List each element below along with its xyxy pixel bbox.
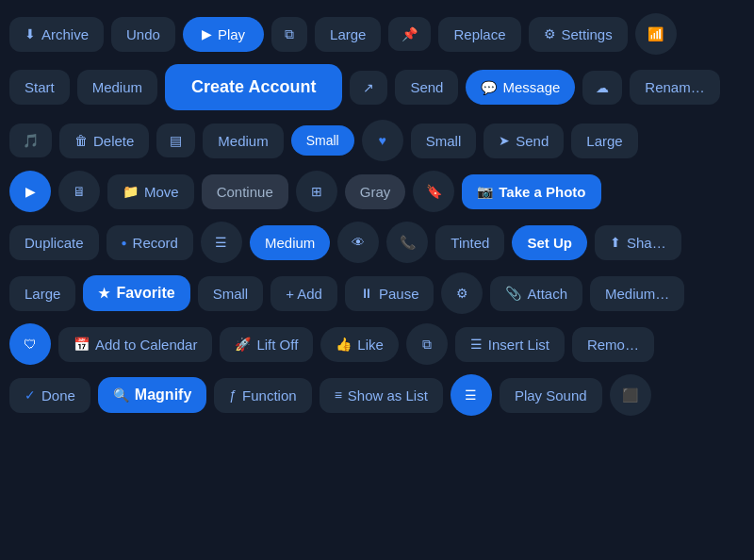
- button-row-8: ✓ Done 🔍 Magnify ƒ Function ≡ Show as Li…: [9, 374, 745, 416]
- setup-button[interactable]: Set Up: [512, 225, 587, 260]
- screen-icon: ⬛: [622, 387, 638, 403]
- grid-icon: ⊞: [311, 184, 322, 199]
- function-icon: ƒ: [229, 387, 237, 403]
- add-button[interactable]: + Add: [270, 276, 337, 311]
- record-button[interactable]: ● Record: [107, 225, 193, 260]
- show-as-list-button[interactable]: ≡ Show as List: [320, 378, 443, 413]
- insert-list-icon: ☰: [470, 337, 483, 352]
- copy-button[interactable]: ⧉: [271, 17, 307, 52]
- list-icon-button[interactable]: ☰: [201, 222, 242, 263]
- small-button-2[interactable]: Small: [411, 124, 477, 158]
- camera-icon: 📷: [477, 184, 493, 199]
- like-button[interactable]: 👍 Like: [320, 327, 399, 362]
- pause-icon: ⏸: [360, 286, 373, 301]
- rename-button[interactable]: Renam…: [630, 70, 719, 105]
- magnify-button[interactable]: 🔍 Magnify: [98, 377, 206, 413]
- cursor-button[interactable]: ↗: [350, 71, 387, 105]
- calendar-icon: 📅: [74, 337, 90, 352]
- share-icon: ⬆: [610, 235, 621, 250]
- play-circle-icon: ▶: [25, 184, 36, 199]
- pin-button[interactable]: 📌: [388, 17, 431, 51]
- music-button[interactable]: 🎵: [9, 124, 52, 157]
- medium-button-3[interactable]: Medium…: [590, 276, 684, 311]
- start-button[interactable]: Start: [9, 70, 70, 105]
- send-button-2[interactable]: ➤ Send: [484, 124, 564, 158]
- menu-round-icon: ☰: [465, 387, 477, 403]
- insert-list-button[interactable]: ☰ Insert List: [455, 327, 565, 362]
- send-button-1[interactable]: Send: [395, 70, 458, 105]
- pause-button[interactable]: ⏸ Pause: [345, 276, 434, 311]
- large-button-3[interactable]: Large: [9, 276, 75, 311]
- play-sound-button[interactable]: Play Sound: [500, 378, 602, 413]
- done-button[interactable]: ✓ Done: [9, 378, 90, 413]
- cursor-icon: ↗: [363, 80, 374, 95]
- button-row-3: 🎵 🗑 Delete ▤ Medium Small ♥ Small ➤ Send…: [9, 120, 745, 161]
- eye-icon: 👁: [352, 235, 365, 250]
- heart-button[interactable]: ♥: [362, 120, 403, 161]
- sliders-button[interactable]: ⚙: [441, 272, 483, 314]
- bookmark-button[interactable]: 🔖: [413, 171, 454, 212]
- sidebar-button[interactable]: ▤: [156, 124, 195, 157]
- undo-button[interactable]: Undo: [111, 17, 175, 52]
- monitor-button[interactable]: 🖥: [58, 171, 100, 212]
- cloud-icon: ☁: [596, 80, 609, 95]
- checkmark-icon: ✓: [25, 387, 36, 403]
- large-button-2[interactable]: Large: [571, 124, 637, 158]
- wifi-icon: 📶: [647, 26, 664, 41]
- settings-button[interactable]: ⚙ Settings: [529, 17, 628, 52]
- tinted-button[interactable]: Tinted: [435, 225, 504, 260]
- gray-button[interactable]: Gray: [345, 174, 406, 209]
- heart-icon: ♥: [379, 133, 386, 148]
- medium-button-1[interactable]: Medium: [77, 70, 157, 105]
- settings-icon: ⚙: [544, 26, 556, 41]
- replace-button[interactable]: Replace: [438, 17, 520, 52]
- star-icon: ★: [98, 286, 110, 301]
- button-row-1: ⬇ Archive Undo ▶ Play ⧉ Large 📌 Replace …: [9, 13, 745, 55]
- cloud-button[interactable]: ☁: [582, 71, 622, 105]
- share-button[interactable]: ⬆ Sha…: [595, 225, 681, 260]
- create-account-button[interactable]: Create Account: [165, 64, 342, 110]
- medium-blue-button[interactable]: Medium: [250, 225, 330, 260]
- add-to-calendar-button[interactable]: 📅 Add to Calendar: [58, 327, 212, 362]
- function-button[interactable]: ƒ Function: [214, 378, 311, 413]
- small-badge-button[interactable]: Small: [291, 125, 354, 156]
- archive-icon: ⬇: [25, 26, 36, 41]
- duplicate-button[interactable]: Duplicate: [9, 225, 99, 260]
- favorite-button[interactable]: ★ Favorite: [83, 275, 189, 311]
- main-canvas: ⬇ Archive Undo ▶ Play ⧉ Large 📌 Replace …: [0, 0, 754, 560]
- large-button-1[interactable]: Large: [315, 17, 381, 52]
- phone-button[interactable]: 📞: [386, 222, 428, 263]
- delete-button[interactable]: 🗑 Delete: [59, 124, 149, 158]
- take-photo-button[interactable]: 📷 Take a Photo: [462, 174, 600, 209]
- monitor-icon: 🖥: [73, 184, 86, 199]
- lift-off-button[interactable]: 🚀 Lift Off: [220, 327, 313, 362]
- shield-button[interactable]: 🛡: [9, 323, 51, 365]
- pin-icon: 📌: [402, 26, 418, 41]
- layers-icon: ⧉: [422, 337, 432, 353]
- menu-icon: ☰: [215, 235, 227, 250]
- grid-button[interactable]: ⊞: [296, 171, 337, 212]
- attach-icon: 📎: [505, 286, 521, 301]
- screen-button[interactable]: ⬛: [610, 374, 651, 416]
- continue-button[interactable]: Continue: [202, 174, 288, 209]
- music-icon: 🎵: [23, 133, 39, 148]
- magnify-icon: 🔍: [113, 387, 129, 403]
- archive-button[interactable]: ⬇ Archive: [9, 17, 104, 52]
- play-circle-button[interactable]: ▶: [9, 171, 51, 212]
- small-button-3[interactable]: Small: [198, 276, 264, 311]
- move-button[interactable]: 📁 Move: [107, 174, 194, 209]
- button-row-5: Duplicate ● Record ☰ Medium 👁 📞 Tinted S…: [9, 222, 745, 263]
- remove-button[interactable]: Remo…: [572, 327, 654, 362]
- button-row-2: Start Medium Create Account ↗ Send 💬 Mes…: [9, 64, 745, 110]
- play-button[interactable]: ▶ Play: [183, 17, 264, 52]
- medium-button-2[interactable]: Medium: [203, 124, 283, 158]
- attach-button[interactable]: 📎 Attach: [490, 276, 582, 311]
- message-button[interactable]: 💬 Message: [466, 70, 575, 105]
- eye-button[interactable]: 👁: [337, 222, 379, 263]
- shield-icon: 🛡: [24, 337, 37, 352]
- rocket-icon: 🚀: [235, 337, 251, 352]
- layers-button[interactable]: ⧉: [406, 323, 448, 365]
- menu-round-button[interactable]: ☰: [451, 374, 492, 416]
- wifi-button[interactable]: 📶: [635, 13, 677, 55]
- message-icon: 💬: [481, 80, 497, 95]
